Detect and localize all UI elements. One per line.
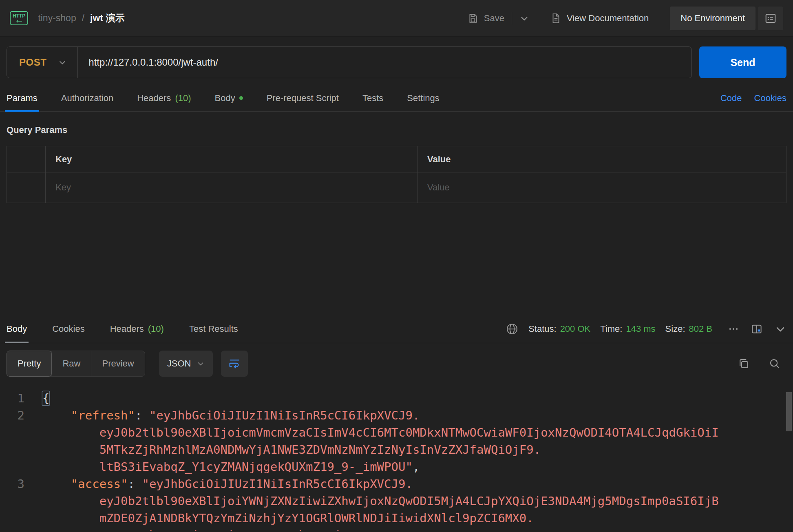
column-header-value: Value xyxy=(417,146,786,172)
save-button[interactable]: Save xyxy=(468,13,504,24)
breadcrumb-request-name[interactable]: jwt 演示 xyxy=(90,12,124,24)
environment-group: No Environment xyxy=(670,7,783,30)
body-modified-dot xyxy=(239,96,243,100)
tab-label: Pre-request Script xyxy=(267,93,339,104)
tab-authorization[interactable]: Authorization xyxy=(61,85,113,111)
time-label: Time: xyxy=(600,324,622,334)
network-info-button[interactable] xyxy=(506,322,519,336)
status-badge: Status: 200 OK xyxy=(528,324,590,334)
view-documentation-button[interactable]: View Documentation xyxy=(550,13,649,24)
line-number: 1 xyxy=(0,390,42,407)
size-badge: Size: 802 B xyxy=(665,324,712,334)
code-link[interactable]: Code xyxy=(720,93,742,104)
format-selector[interactable]: JSON xyxy=(159,351,213,377)
response-action-icons xyxy=(728,323,786,335)
response-toolbar-right xyxy=(738,358,786,370)
status-label: Status: xyxy=(528,324,556,334)
status-value: 200 OK xyxy=(560,324,591,334)
scrollbar-thumb[interactable] xyxy=(786,392,792,431)
tab-label: Body xyxy=(7,324,27,334)
breadcrumb-workspace[interactable]: tiny-shop xyxy=(38,13,76,24)
code-line: 3 "access": "eyJhbGciOiJIUzI1NiIsInR5cCI… xyxy=(0,475,793,531)
tab-tests[interactable]: Tests xyxy=(362,85,383,111)
response-view-switcher: Pretty Raw Preview xyxy=(7,351,145,377)
response-meta: Status: 200 OK Time: 143 ms Size: 802 B xyxy=(506,322,786,336)
query-params-title: Query Params xyxy=(7,125,786,135)
chevron-down-icon xyxy=(774,323,786,335)
app-header: HTTP tiny-shop / jwt 演示 Save View Docu xyxy=(0,0,793,37)
pretty-view-button[interactable]: Pretty xyxy=(7,351,52,377)
key-input[interactable]: Key xyxy=(46,172,417,203)
response-tab-headers[interactable]: Headers(10) xyxy=(110,315,164,343)
table-row: Key Value xyxy=(7,172,786,203)
method-selector[interactable]: POST xyxy=(7,47,77,78)
save-options-button[interactable] xyxy=(519,13,529,23)
tab-label: Authorization xyxy=(61,93,113,104)
response-toolbar: Pretty Raw Preview JSON xyxy=(7,351,786,377)
row-checkbox-cell xyxy=(7,172,46,203)
response-tab-cookies[interactable]: Cookies xyxy=(52,315,84,343)
response-tab-test-results[interactable]: Test Results xyxy=(189,315,238,343)
wrap-text-button[interactable] xyxy=(221,351,248,377)
ellipsis-icon xyxy=(728,323,739,335)
search-icon xyxy=(769,358,781,370)
list-panel-icon xyxy=(764,12,777,24)
url-input[interactable]: http://127.0.0.1:8000/jwt-auth/ xyxy=(78,57,691,68)
size-value: 802 B xyxy=(689,324,713,334)
pane-layout-icon xyxy=(751,323,763,335)
save-label: Save xyxy=(484,13,504,24)
header-actions: Save View Documentation No Environment xyxy=(468,7,783,30)
format-label: JSON xyxy=(167,358,191,369)
save-group: Save xyxy=(468,12,529,24)
raw-view-button[interactable]: Raw xyxy=(51,351,91,376)
tab-label: Tests xyxy=(362,93,383,104)
headers-count-badge: (10) xyxy=(175,93,191,104)
code-line: 1{ xyxy=(0,390,793,407)
cookies-link[interactable]: Cookies xyxy=(754,93,786,104)
divider xyxy=(512,12,512,24)
tab-body[interactable]: Body xyxy=(215,85,243,111)
response-options-button[interactable] xyxy=(728,323,739,335)
url-box: POST http://127.0.0.1:8000/jwt-auth/ xyxy=(7,46,692,78)
line-number: 2 xyxy=(0,407,42,424)
response-headers-count-badge: (10) xyxy=(148,324,164,334)
view-documentation-label: View Documentation xyxy=(567,13,649,24)
request-url-row: POST http://127.0.0.1:8000/jwt-auth/ Sen… xyxy=(7,46,786,78)
collapse-response-button[interactable] xyxy=(774,323,786,335)
copy-icon xyxy=(738,358,750,370)
time-badge: Time: 143 ms xyxy=(600,324,655,334)
send-button[interactable]: Send xyxy=(699,46,786,78)
chevron-down-icon xyxy=(58,58,67,67)
response-tabs: Body Cookies Headers(10) Test Results St… xyxy=(0,315,793,343)
table-header-row: Key Value xyxy=(7,146,786,172)
value-input[interactable]: Value xyxy=(417,172,786,203)
tab-pre-request-script[interactable]: Pre-request Script xyxy=(267,85,339,111)
tab-label: Headers xyxy=(110,324,144,334)
request-tabs: Params Authorization Headers(10) Body Pr… xyxy=(0,85,793,112)
http-badge-label: HTTP xyxy=(13,13,25,18)
tab-label: Headers xyxy=(137,93,171,104)
response-tab-body[interactable]: Body xyxy=(7,315,27,343)
preview-view-button[interactable]: Preview xyxy=(91,351,144,376)
pane-layout-button[interactable] xyxy=(751,323,763,335)
search-button[interactable] xyxy=(769,358,781,370)
floppy-icon xyxy=(468,13,478,24)
time-value: 143 ms xyxy=(626,324,655,334)
tab-label: Test Results xyxy=(189,324,238,334)
environment-quick-look-button[interactable] xyxy=(758,7,783,30)
document-icon xyxy=(550,13,561,24)
tab-settings[interactable]: Settings xyxy=(407,85,440,111)
tab-label: Cookies xyxy=(52,324,84,334)
tab-headers[interactable]: Headers(10) xyxy=(137,85,191,111)
size-label: Size: xyxy=(665,324,685,334)
select-all-cell xyxy=(7,146,46,172)
tab-params[interactable]: Params xyxy=(7,85,38,111)
app-root: HTTP tiny-shop / jwt 演示 Save View Docu xyxy=(0,0,793,531)
column-header-key: Key xyxy=(46,146,417,172)
environment-selector[interactable]: No Environment xyxy=(670,7,755,30)
copy-button[interactable] xyxy=(738,358,750,370)
response-body-code[interactable]: 1{2 "refresh": "eyJhbGciOiJIUzI1NiIsInR5… xyxy=(0,385,793,531)
tab-label: Settings xyxy=(407,93,440,104)
method-label: POST xyxy=(19,57,46,68)
http-request-badge: HTTP xyxy=(10,11,28,25)
